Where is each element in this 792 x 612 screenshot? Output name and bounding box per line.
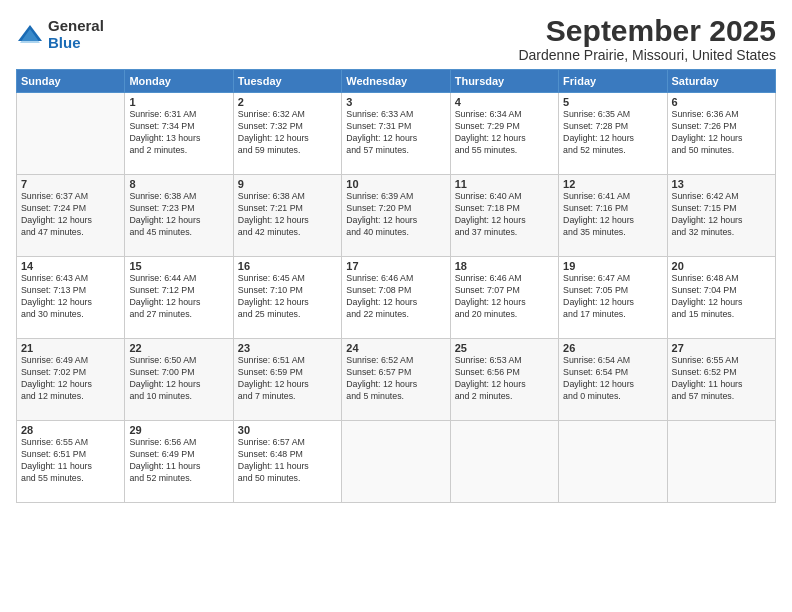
day-info: Sunrise: 6:55 AM Sunset: 6:51 PM Dayligh… xyxy=(21,437,120,485)
day-info: Sunrise: 6:40 AM Sunset: 7:18 PM Dayligh… xyxy=(455,191,554,239)
calendar-cell: 30Sunrise: 6:57 AM Sunset: 6:48 PM Dayli… xyxy=(233,421,341,503)
day-number: 13 xyxy=(672,178,771,190)
calendar-cell: 8Sunrise: 6:38 AM Sunset: 7:23 PM Daylig… xyxy=(125,175,233,257)
calendar-cell: 13Sunrise: 6:42 AM Sunset: 7:15 PM Dayli… xyxy=(667,175,775,257)
calendar-cell: 19Sunrise: 6:47 AM Sunset: 7:05 PM Dayli… xyxy=(559,257,667,339)
day-number: 1 xyxy=(129,96,228,108)
calendar-week-row: 1Sunrise: 6:31 AM Sunset: 7:34 PM Daylig… xyxy=(17,93,776,175)
day-number: 16 xyxy=(238,260,337,272)
calendar-week-row: 21Sunrise: 6:49 AM Sunset: 7:02 PM Dayli… xyxy=(17,339,776,421)
day-info: Sunrise: 6:46 AM Sunset: 7:07 PM Dayligh… xyxy=(455,273,554,321)
day-number: 11 xyxy=(455,178,554,190)
logo-text: General Blue xyxy=(48,18,104,51)
day-info: Sunrise: 6:36 AM Sunset: 7:26 PM Dayligh… xyxy=(672,109,771,157)
calendar-cell: 20Sunrise: 6:48 AM Sunset: 7:04 PM Dayli… xyxy=(667,257,775,339)
logo-blue: Blue xyxy=(48,35,104,52)
calendar-week-row: 14Sunrise: 6:43 AM Sunset: 7:13 PM Dayli… xyxy=(17,257,776,339)
day-info: Sunrise: 6:56 AM Sunset: 6:49 PM Dayligh… xyxy=(129,437,228,485)
day-info: Sunrise: 6:48 AM Sunset: 7:04 PM Dayligh… xyxy=(672,273,771,321)
day-info: Sunrise: 6:52 AM Sunset: 6:57 PM Dayligh… xyxy=(346,355,445,403)
location-title: Dardenne Prairie, Missouri, United State… xyxy=(518,47,776,63)
day-number: 25 xyxy=(455,342,554,354)
day-number: 21 xyxy=(21,342,120,354)
calendar-cell: 5Sunrise: 6:35 AM Sunset: 7:28 PM Daylig… xyxy=(559,93,667,175)
day-info: Sunrise: 6:53 AM Sunset: 6:56 PM Dayligh… xyxy=(455,355,554,403)
day-number: 5 xyxy=(563,96,662,108)
calendar-cell: 21Sunrise: 6:49 AM Sunset: 7:02 PM Dayli… xyxy=(17,339,125,421)
calendar-cell: 10Sunrise: 6:39 AM Sunset: 7:20 PM Dayli… xyxy=(342,175,450,257)
day-number: 6 xyxy=(672,96,771,108)
day-number: 26 xyxy=(563,342,662,354)
day-info: Sunrise: 6:43 AM Sunset: 7:13 PM Dayligh… xyxy=(21,273,120,321)
weekday-header-tuesday: Tuesday xyxy=(233,70,341,93)
day-number: 29 xyxy=(129,424,228,436)
day-info: Sunrise: 6:41 AM Sunset: 7:16 PM Dayligh… xyxy=(563,191,662,239)
day-info: Sunrise: 6:44 AM Sunset: 7:12 PM Dayligh… xyxy=(129,273,228,321)
day-info: Sunrise: 6:45 AM Sunset: 7:10 PM Dayligh… xyxy=(238,273,337,321)
calendar-cell: 25Sunrise: 6:53 AM Sunset: 6:56 PM Dayli… xyxy=(450,339,558,421)
calendar-cell: 6Sunrise: 6:36 AM Sunset: 7:26 PM Daylig… xyxy=(667,93,775,175)
day-number: 7 xyxy=(21,178,120,190)
day-info: Sunrise: 6:57 AM Sunset: 6:48 PM Dayligh… xyxy=(238,437,337,485)
calendar-cell: 16Sunrise: 6:45 AM Sunset: 7:10 PM Dayli… xyxy=(233,257,341,339)
calendar-cell xyxy=(450,421,558,503)
calendar-cell: 17Sunrise: 6:46 AM Sunset: 7:08 PM Dayli… xyxy=(342,257,450,339)
calendar-table: SundayMondayTuesdayWednesdayThursdayFrid… xyxy=(16,69,776,503)
calendar-cell: 23Sunrise: 6:51 AM Sunset: 6:59 PM Dayli… xyxy=(233,339,341,421)
day-info: Sunrise: 6:50 AM Sunset: 7:00 PM Dayligh… xyxy=(129,355,228,403)
day-info: Sunrise: 6:47 AM Sunset: 7:05 PM Dayligh… xyxy=(563,273,662,321)
day-info: Sunrise: 6:32 AM Sunset: 7:32 PM Dayligh… xyxy=(238,109,337,157)
calendar-cell: 22Sunrise: 6:50 AM Sunset: 7:00 PM Dayli… xyxy=(125,339,233,421)
day-number: 27 xyxy=(672,342,771,354)
day-number: 12 xyxy=(563,178,662,190)
day-number: 28 xyxy=(21,424,120,436)
title-area: September 2025 Dardenne Prairie, Missour… xyxy=(518,14,776,63)
day-info: Sunrise: 6:37 AM Sunset: 7:24 PM Dayligh… xyxy=(21,191,120,239)
day-number: 10 xyxy=(346,178,445,190)
calendar-cell: 26Sunrise: 6:54 AM Sunset: 6:54 PM Dayli… xyxy=(559,339,667,421)
day-number: 23 xyxy=(238,342,337,354)
calendar-cell: 3Sunrise: 6:33 AM Sunset: 7:31 PM Daylig… xyxy=(342,93,450,175)
day-number: 22 xyxy=(129,342,228,354)
weekday-header-thursday: Thursday xyxy=(450,70,558,93)
day-info: Sunrise: 6:34 AM Sunset: 7:29 PM Dayligh… xyxy=(455,109,554,157)
day-number: 20 xyxy=(672,260,771,272)
day-number: 9 xyxy=(238,178,337,190)
weekday-header-saturday: Saturday xyxy=(667,70,775,93)
calendar-cell: 1Sunrise: 6:31 AM Sunset: 7:34 PM Daylig… xyxy=(125,93,233,175)
weekday-header-wednesday: Wednesday xyxy=(342,70,450,93)
day-info: Sunrise: 6:42 AM Sunset: 7:15 PM Dayligh… xyxy=(672,191,771,239)
calendar-cell: 9Sunrise: 6:38 AM Sunset: 7:21 PM Daylig… xyxy=(233,175,341,257)
day-info: Sunrise: 6:31 AM Sunset: 7:34 PM Dayligh… xyxy=(129,109,228,157)
day-info: Sunrise: 6:46 AM Sunset: 7:08 PM Dayligh… xyxy=(346,273,445,321)
day-number: 14 xyxy=(21,260,120,272)
calendar-cell xyxy=(559,421,667,503)
day-number: 30 xyxy=(238,424,337,436)
day-info: Sunrise: 6:55 AM Sunset: 6:52 PM Dayligh… xyxy=(672,355,771,403)
calendar-cell: 7Sunrise: 6:37 AM Sunset: 7:24 PM Daylig… xyxy=(17,175,125,257)
logo-general: General xyxy=(48,18,104,35)
weekday-header-monday: Monday xyxy=(125,70,233,93)
calendar-week-row: 7Sunrise: 6:37 AM Sunset: 7:24 PM Daylig… xyxy=(17,175,776,257)
calendar-cell: 2Sunrise: 6:32 AM Sunset: 7:32 PM Daylig… xyxy=(233,93,341,175)
day-info: Sunrise: 6:54 AM Sunset: 6:54 PM Dayligh… xyxy=(563,355,662,403)
day-number: 24 xyxy=(346,342,445,354)
calendar-cell: 15Sunrise: 6:44 AM Sunset: 7:12 PM Dayli… xyxy=(125,257,233,339)
day-number: 17 xyxy=(346,260,445,272)
logo: General Blue xyxy=(16,18,104,51)
calendar-cell: 29Sunrise: 6:56 AM Sunset: 6:49 PM Dayli… xyxy=(125,421,233,503)
weekday-header-row: SundayMondayTuesdayWednesdayThursdayFrid… xyxy=(17,70,776,93)
day-info: Sunrise: 6:49 AM Sunset: 7:02 PM Dayligh… xyxy=(21,355,120,403)
calendar-cell: 14Sunrise: 6:43 AM Sunset: 7:13 PM Dayli… xyxy=(17,257,125,339)
day-info: Sunrise: 6:35 AM Sunset: 7:28 PM Dayligh… xyxy=(563,109,662,157)
calendar-cell: 24Sunrise: 6:52 AM Sunset: 6:57 PM Dayli… xyxy=(342,339,450,421)
day-number: 15 xyxy=(129,260,228,272)
day-number: 18 xyxy=(455,260,554,272)
month-title: September 2025 xyxy=(518,14,776,47)
weekday-header-sunday: Sunday xyxy=(17,70,125,93)
calendar-cell: 18Sunrise: 6:46 AM Sunset: 7:07 PM Dayli… xyxy=(450,257,558,339)
day-info: Sunrise: 6:33 AM Sunset: 7:31 PM Dayligh… xyxy=(346,109,445,157)
day-info: Sunrise: 6:38 AM Sunset: 7:21 PM Dayligh… xyxy=(238,191,337,239)
calendar-cell xyxy=(342,421,450,503)
logo-icon xyxy=(16,21,44,49)
